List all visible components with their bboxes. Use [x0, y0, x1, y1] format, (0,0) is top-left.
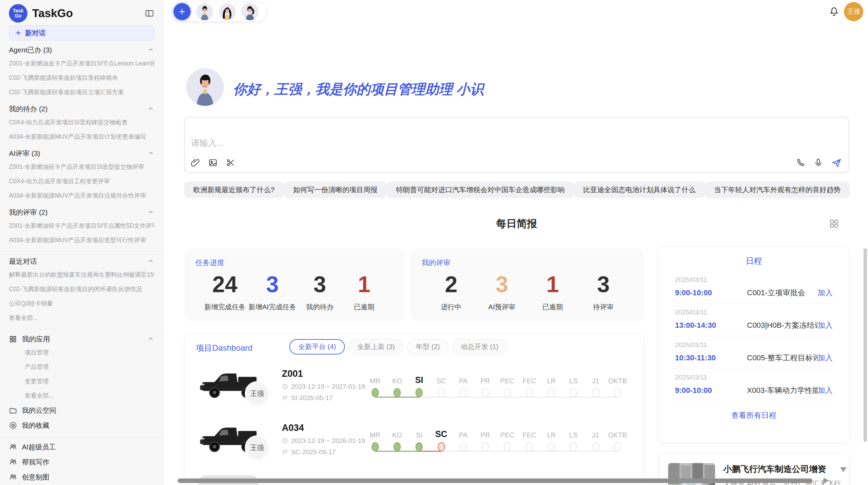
milestone-pa[interactable]: PA [452, 364, 474, 419]
new-chat-button[interactable]: 新对话 [9, 25, 155, 40]
sidebar-collapse-icon[interactable] [145, 9, 154, 18]
sidebar-task-item[interactable]: C0X4-动力总成开发项目工程变更评审 [9, 174, 154, 188]
sidebar-task-item[interactable]: C02-飞腾新能源轻客改款项目里程碑画布 [9, 71, 154, 85]
join-link[interactable]: 加入 [818, 320, 833, 331]
view-all-schedule-link[interactable]: 查看所有日程 [659, 410, 849, 421]
recent-chat-item[interactable]: 公司Q3轻卡销量 [9, 296, 154, 311]
recent-view-all[interactable]: 查看全部... [9, 311, 154, 325]
phone-icon[interactable] [796, 158, 806, 168]
scroll-down-arrow-icon[interactable] [840, 467, 846, 472]
bell-icon[interactable] [829, 6, 840, 17]
milestone-j1[interactable]: J1 [584, 364, 606, 419]
milestone-j1[interactable]: J1 [584, 419, 606, 473]
milestone-sc[interactable]: SC [430, 419, 452, 473]
sidebar-task-item[interactable]: C0X4-动力总成开发项目SI里程碑提交物检查 [9, 115, 154, 129]
milestone-oktb[interactable]: OKTB [606, 364, 628, 419]
stat-value: 1 [546, 270, 559, 298]
suggestion-chip[interactable]: 当下年轻人对汽车外观有怎样的喜好趋势 [705, 182, 850, 198]
user-avatar[interactable]: 王强 [844, 2, 863, 21]
sidebar-task-item[interactable]: C02-飞腾新能源轻客改款项目立项汇报方案 [9, 85, 154, 99]
apps-view-all[interactable]: 查看全部... [9, 388, 154, 403]
milestone-pec[interactable]: PEC [496, 419, 518, 473]
sidebar-task-item[interactable]: Z001-全新燃油轻卡产品开发项目SI造型提交物评审 [9, 160, 154, 174]
join-link[interactable]: 加入 [818, 385, 833, 396]
add-agent-button[interactable] [173, 3, 191, 20]
milestone-fec[interactable]: FEC [518, 419, 540, 473]
stat-label: 新增AI完成任务 [249, 302, 296, 312]
sidebar-task-item[interactable]: A034-全新新能源MUV产品开发项目造型可行性评审 [9, 233, 154, 247]
chat-input[interactable] [191, 138, 739, 148]
milestone-oktb[interactable]: OKTB [606, 419, 628, 473]
stat-value: 3 [597, 270, 610, 298]
dashboard-tab[interactable]: 全新上装 (3) [349, 339, 403, 355]
chevron-up-icon[interactable] [147, 150, 154, 157]
schedule-date: 2025/03/11 [675, 276, 833, 284]
agent-avatar[interactable] [241, 3, 258, 20]
milestone-lr[interactable]: LR [540, 419, 562, 473]
milestone-ko[interactable]: KO [386, 419, 408, 473]
milestone-lr[interactable]: LR [540, 364, 562, 419]
sidebar-item-favorites[interactable]: 我的收藏 [9, 418, 154, 433]
sidebar-task-item[interactable]: Z001-全新燃油轻卡产品开发项目SI节点属性5D文件评审 [9, 219, 154, 233]
project-code: A034 [282, 423, 365, 433]
chevron-up-icon[interactable] [147, 105, 154, 112]
agent-avatar[interactable] [219, 3, 236, 20]
dashboard-tab[interactable]: 动总开发 (1) [452, 339, 507, 355]
suggestion-chip[interactable]: 欧洲新规最近颁布了什么? [184, 182, 284, 198]
recent-chat-item[interactable]: C02-飞腾新能源轻客改款项目的闭环通告反馈情况 [9, 282, 154, 296]
schedule-time: 9:00-10:00 [675, 386, 747, 395]
sidebar-item-cloud-space[interactable]: 我的云空间 [9, 403, 154, 418]
project-row[interactable]: 王强A034 2023-12-19 ~ 2026-01-19 SC-2025-0… [185, 419, 643, 473]
vertical-scrollbar[interactable] [864, 248, 867, 442]
chevron-up-icon[interactable] [147, 47, 154, 53]
sidebar-tool-item[interactable]: AI超级员工 [9, 439, 154, 455]
milestone-sc[interactable]: SC [430, 364, 452, 419]
milestone-ls[interactable]: LS [563, 419, 584, 473]
suggestion-chip[interactable]: 特朗普可能对进口汽车增税会对中国车企造成哪些影响 [387, 182, 574, 198]
suggestion-chip[interactable]: 如何写一份清晰的项目周报 [284, 182, 387, 198]
milestone-pa[interactable]: PA [452, 419, 474, 473]
image-icon[interactable] [208, 158, 218, 168]
stat-value: 3 [266, 270, 279, 298]
sidebar-task-item[interactable]: A034-全新新能源MUV产品开发项目法规符合性评审 [9, 188, 154, 203]
milestone-pr[interactable]: PR [474, 364, 496, 419]
milestone-ls[interactable]: LS [563, 364, 584, 419]
scroll-right-arrow-icon[interactable] [823, 477, 829, 484]
app-item[interactable]: 产品管理 [9, 360, 154, 374]
schedule-time: 10:30-11:30 [675, 353, 747, 362]
join-link[interactable]: 加入 [818, 353, 833, 363]
suggestion-chip[interactable]: 比亚迪全固态电池计划具体说了什么 [574, 182, 705, 198]
milestone-ko[interactable]: KO [386, 364, 408, 419]
milestone-mr[interactable]: MR [364, 419, 386, 473]
sidebar-tool-item[interactable]: 帮我写作 [9, 455, 154, 470]
folder-icon [9, 406, 17, 414]
schedule-card: 日程 2025/03/11 9:00-10:00 C001-立项审批会 加入 2… [658, 246, 849, 443]
dashboard-tab[interactable]: 年型 (2) [407, 339, 448, 355]
app-item[interactable]: 项目管理 [9, 345, 154, 360]
sidebar-tool-item[interactable]: 创意制图 [9, 470, 154, 485]
agent-avatar[interactable] [196, 3, 213, 20]
chevron-up-icon[interactable] [147, 258, 154, 265]
chevron-up-icon[interactable] [147, 336, 154, 343]
project-row[interactable]: 王强Z001 2023-12-19 ~ 2027-01-19 SI-2025-0… [185, 364, 643, 419]
chevron-up-icon[interactable] [147, 209, 154, 216]
milestone-pr[interactable]: PR [474, 419, 496, 473]
milestone-si[interactable]: SI [408, 419, 430, 473]
scissors-icon[interactable] [226, 158, 236, 168]
milestone-fec[interactable]: FEC [518, 364, 540, 419]
app-item[interactable]: 变更管理 [9, 374, 154, 388]
join-link[interactable]: 加入 [818, 288, 833, 298]
mic-icon[interactable] [813, 158, 824, 168]
sidebar-task-item[interactable]: Z001-全新燃油皮卡产品开发项目SI节点Lesson Learn报告 [9, 56, 154, 71]
milestone-pec[interactable]: PEC [496, 364, 518, 419]
dashboard-tab[interactable]: 全新平台 (4) [289, 339, 345, 355]
milestone-mr[interactable]: MR [364, 364, 386, 419]
agent-quick-bar [171, 2, 267, 22]
milestone-si[interactable]: SI [408, 364, 430, 419]
horizontal-scrollbar[interactable] [178, 478, 812, 483]
recent-chat-item[interactable]: 解释最新出台的欧盟报废车法规再生塑料比例被调至15%... [9, 268, 154, 282]
grid-layout-icon[interactable] [829, 219, 839, 229]
paper-plane-icon[interactable] [831, 158, 842, 168]
paperclip-icon[interactable] [190, 158, 201, 168]
sidebar-task-item[interactable]: A034-全新新能源MUV产品开发项目计划变更表编写 [9, 129, 154, 144]
